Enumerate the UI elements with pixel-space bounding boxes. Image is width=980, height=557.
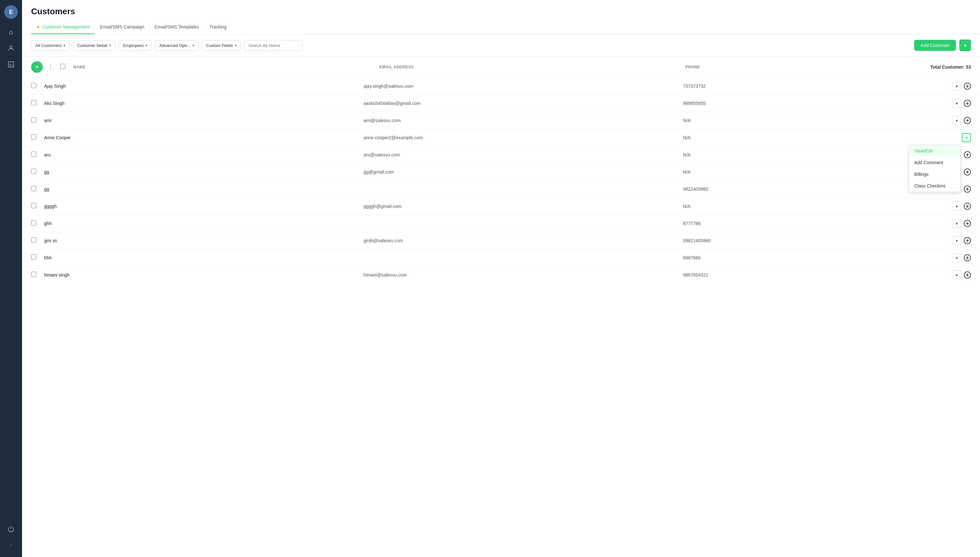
- row-add-btn-4[interactable]: +: [964, 151, 971, 158]
- row-add-btn-1[interactable]: +: [964, 100, 971, 107]
- row-add-btn-10[interactable]: +: [964, 254, 971, 261]
- avatar[interactable]: E: [4, 5, 18, 19]
- row-expand-btn-10[interactable]: ▾: [952, 253, 961, 262]
- dropdown-menu-item[interactable]: Class Checkins: [909, 180, 960, 192]
- row-checkbox-8[interactable]: [31, 220, 36, 225]
- tab-customer-management[interactable]: ★ Customer Management: [31, 22, 95, 34]
- fab-add-button[interactable]: +: [31, 61, 43, 73]
- row-actions-10: ▾ +: [939, 253, 971, 262]
- row-add-btn-0[interactable]: +: [964, 83, 971, 90]
- row-expand-btn-2[interactable]: ▾: [952, 116, 961, 125]
- row-checkbox-wrapper-2: [31, 117, 44, 124]
- row-name-9: gini ss: [44, 238, 364, 243]
- all-customers-arrow-icon: ▾: [64, 43, 65, 47]
- add-customer-dropdown-btn[interactable]: ▾: [959, 39, 971, 51]
- row-expand-btn-3[interactable]: ▾: [962, 133, 971, 142]
- row-checkbox-0[interactable]: [31, 83, 36, 88]
- tab-email-sms-templates[interactable]: Email/SMS Templates: [149, 22, 204, 34]
- row-name-11: himani singh: [44, 272, 364, 277]
- row-checkbox-3[interactable]: [31, 134, 36, 140]
- row-add-btn-8[interactable]: +: [964, 220, 971, 227]
- tab-tracking[interactable]: Tracking: [204, 22, 232, 34]
- star-icon: ★: [36, 24, 40, 29]
- row-phone-10: 8987666: [683, 255, 939, 261]
- row-name-0: Ajay Singh: [44, 83, 364, 89]
- row-checkbox-1[interactable]: [31, 100, 36, 105]
- row-name-5: gg: [44, 169, 364, 174]
- row-name-8: ghh: [44, 221, 364, 226]
- row-expand-btn-11[interactable]: ▾: [952, 270, 961, 280]
- row-checkbox-wrapper-8: [31, 220, 44, 227]
- row-phone-4: N/A: [683, 152, 939, 157]
- custom-fields-dropdown[interactable]: Custom Fields ▾: [202, 40, 241, 51]
- row-phone-6: 9822405960: [683, 187, 939, 192]
- row-email-11: himani@salesvu.com: [364, 272, 683, 277]
- row-email-0: ajay.singh@salesvu.com: [364, 83, 683, 89]
- select-all-checkbox-wrapper: [60, 64, 73, 70]
- select-all-checkbox[interactable]: [60, 64, 65, 69]
- advanced-options-dropdown[interactable]: Advanced Opti... ▾: [155, 40, 198, 51]
- row-phone-8: 8777766: [683, 221, 939, 226]
- row-add-btn-11[interactable]: +: [964, 271, 971, 278]
- sidebar-icon-power[interactable]: [4, 522, 18, 536]
- customer-detail-dropdown[interactable]: Customer Detail ▾: [73, 40, 115, 51]
- table-row: gini ss ginib@salesvu.com 09821405960 ▾ …: [22, 232, 980, 249]
- row-checkbox-wrapper-7: [31, 203, 44, 210]
- row-expand-btn-7[interactable]: ▾: [952, 202, 961, 211]
- col-header-email: EMAIL ADDRESS: [379, 65, 685, 69]
- row-actions-7: ▾ +: [939, 202, 971, 211]
- row-actions-9: ▾ +: [939, 236, 971, 245]
- row-expand-btn-0[interactable]: ▾: [952, 81, 961, 91]
- add-customer-button[interactable]: Add Customer: [914, 40, 956, 51]
- row-expand-btn-8[interactable]: ▾: [952, 219, 961, 228]
- row-add-btn-2[interactable]: +: [964, 117, 971, 124]
- row-phone-7: N/A: [683, 204, 939, 209]
- all-customers-dropdown[interactable]: All Customers ▾: [31, 40, 70, 51]
- row-add-btn-6[interactable]: +: [964, 186, 971, 193]
- tab-email-sms-campaign[interactable]: Email/SMS Campaign: [95, 22, 149, 34]
- row-name-10: hhh: [44, 255, 364, 261]
- row-checkbox-wrapper-1: [31, 100, 44, 107]
- row-phone-9: 09821405960: [683, 238, 939, 243]
- table-row: gg gg@gmail.com N/A ▾ +: [22, 163, 980, 181]
- sidebar-icon-reports[interactable]: [4, 58, 18, 71]
- row-phone-0: 737373732: [683, 83, 939, 89]
- sidebar: E ⌂ ›: [0, 0, 22, 557]
- column-headers: NAME EMAIL ADDRESS PHONE: [73, 65, 930, 69]
- kebab-menu-button[interactable]: ⋮: [46, 62, 55, 72]
- custom-fields-arrow-icon: ▾: [235, 43, 237, 47]
- total-customer-count: Total Customer: 53: [930, 64, 971, 70]
- row-checkbox-5[interactable]: [31, 169, 36, 174]
- row-expand-btn-1[interactable]: ▾: [952, 99, 961, 108]
- row-add-btn-5[interactable]: +: [964, 168, 971, 176]
- row-email-1: aasks545646as@gmail.com: [364, 101, 683, 106]
- row-add-btn-7[interactable]: +: [964, 203, 971, 210]
- sidebar-collapse-btn[interactable]: ›: [4, 538, 18, 552]
- dropdown-menu-item[interactable]: Billings: [909, 168, 960, 180]
- sidebar-icon-users[interactable]: [4, 41, 18, 55]
- row-checkbox-wrapper-0: [31, 83, 44, 90]
- row-phone-11: 9867654321: [683, 272, 939, 277]
- employees-dropdown[interactable]: Employees ▾: [119, 40, 152, 51]
- dropdown-menu-item[interactable]: View/Edit: [909, 145, 960, 157]
- table-row: Anne Cooper anne.cooper2@example.com N/A…: [22, 129, 980, 146]
- col-header-name: NAME: [73, 65, 379, 69]
- row-checkbox-9[interactable]: [31, 237, 36, 243]
- row-add-btn-9[interactable]: +: [964, 237, 971, 244]
- row-email-5: gg@gmail.com: [364, 169, 683, 174]
- row-checkbox-11[interactable]: [31, 272, 36, 277]
- row-checkbox-wrapper-9: [31, 237, 44, 244]
- row-checkbox-10[interactable]: [31, 254, 36, 260]
- toolbar: All Customers ▾ Customer Detail ▾ Employ…: [22, 34, 980, 57]
- row-checkbox-wrapper-10: [31, 254, 44, 261]
- row-checkbox-4[interactable]: [31, 151, 36, 157]
- search-input[interactable]: [244, 40, 303, 51]
- row-expand-btn-9[interactable]: ▾: [952, 236, 961, 245]
- row-phone-2: N/A: [683, 118, 939, 123]
- dropdown-menu-item[interactable]: Add Comment: [909, 157, 960, 168]
- sidebar-icon-home[interactable]: ⌂: [4, 25, 18, 39]
- row-checkbox-6[interactable]: [31, 186, 36, 191]
- chevron-down-icon: ▾: [964, 43, 966, 48]
- row-checkbox-7[interactable]: [31, 203, 36, 208]
- row-checkbox-2[interactable]: [31, 117, 36, 122]
